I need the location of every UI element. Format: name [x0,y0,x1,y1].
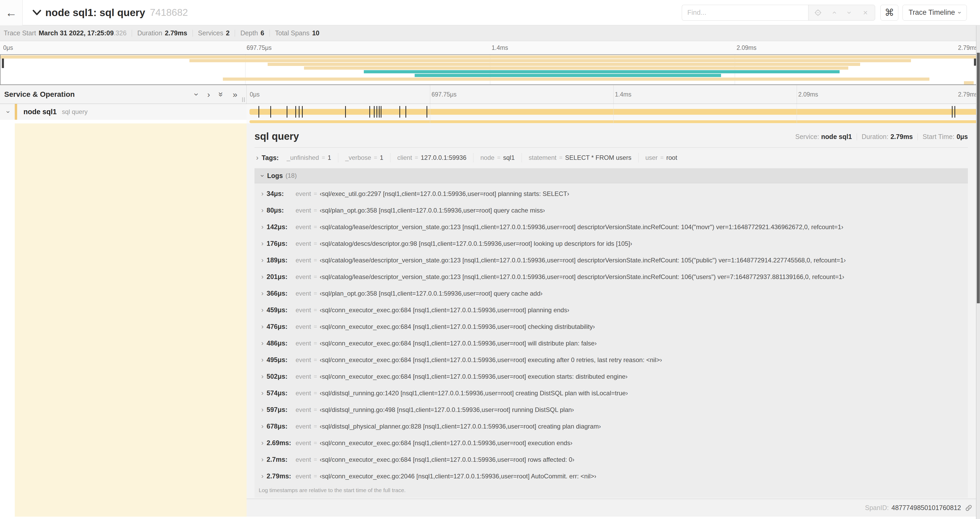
back-button[interactable]: ← [0,0,23,25]
meta-label: Start Time: [923,133,955,141]
log-entry-row[interactable]: ›495μs:event=‹sql/conn_executor_exec.go:… [255,351,968,368]
detail-meta: Service:node sql1Duration:2.79msStart Ti… [795,133,968,142]
tags-row[interactable]: › Tags: _unfinished=1_verbose=1client=12… [255,151,968,164]
summary-item-value: 2.79ms [165,29,187,37]
chevron-down-icon[interactable]: › [4,109,13,115]
log-field-key: event [296,224,311,231]
log-marker [295,106,296,118]
scrollbar-thumb[interactable] [977,53,980,303]
deep-link-button[interactable] [965,504,973,512]
log-entry-row[interactable]: ›486μs:event=‹sql/conn_executor_exec.go:… [255,335,968,351]
tag-key: client [397,154,412,161]
chevron-right-icon: › [258,372,267,380]
log-entry-row[interactable]: ›201μs:event=‹sql/catalog/lease/descript… [255,268,968,285]
log-timestamp: 2.69ms: [267,439,296,447]
tag-item: user=root [639,153,684,163]
summary-item: Services2 [198,29,230,37]
close-icon: × [863,8,868,17]
summary-item: Trace StartMarch 31 2022, 17:25:09.326 [4,29,126,37]
log-timestamp: 597μs: [267,406,296,414]
equals-sign: = [314,290,317,297]
span-duration-bar[interactable] [250,109,978,115]
meta-label: Duration: [862,133,888,141]
gridline [613,85,614,104]
ruler-label: 697.75μs [431,91,457,98]
collapse-trace-chevron[interactable] [33,10,41,16]
collapse-all-icon[interactable]: » [217,92,226,97]
gridline [430,104,430,120]
detail-header: sql query Service:node sql1Duration:2.79… [255,129,968,142]
expand-one-icon[interactable]: › [207,90,210,99]
log-entry-row[interactable]: ›80μs:event=‹sql/plan_opt.go:358 [nsql1,… [255,202,968,219]
log-field-value: ‹sql/catalog/descs/descriptor.go:98 [nsq… [320,240,632,248]
trace-id: 7418682 [150,7,188,18]
crosshair-icon [814,9,822,17]
tag-key: node [480,154,494,161]
chevron-right-icon: › [258,256,267,264]
expand-all-icon[interactable]: » [232,90,237,99]
trace-view-selector[interactable]: Trace Timeline › [902,5,967,21]
chevron-right-icon: › [258,472,267,480]
column-resizer-handle[interactable] [242,97,245,102]
ruler-label: 1.4ms [492,44,508,51]
collapse-controls: › › » » [196,90,237,99]
log-field-value: ‹sql/catalog/lease/descriptor_version_st… [320,273,844,281]
chevron-down-icon [33,10,41,16]
log-field-key: event [296,340,311,347]
logs-header[interactable]: › Logs (18) [255,168,968,183]
log-entry-row[interactable]: ›502μs:event=‹sql/conn_executor_exec.go:… [255,368,968,385]
span-name-cell[interactable]: › node sql1 sql query [0,104,247,120]
equals-sign: = [314,257,317,264]
log-timestamp: 366μs: [267,289,296,297]
equals-sign: = [314,473,317,480]
log-marker [345,106,346,118]
chevron-right-icon: › [258,289,267,297]
find-prev-button[interactable]: › [826,8,842,17]
page-title: node sql1: sql query [45,7,145,18]
log-entry-row[interactable]: ›597μs:event=‹sql/distsql_running.go:498… [255,401,968,418]
summary-item-value: 6 [261,29,264,37]
chevron-right-icon: › [258,406,267,414]
log-entry-row[interactable]: ›2.79ms:event=‹sql/conn_executor_exec.go… [255,468,968,484]
vertical-scrollbar[interactable] [976,26,980,519]
equals-sign: = [314,373,317,380]
log-timestamp: 459μs: [267,306,296,314]
find-input[interactable] [682,5,808,21]
log-entry-row[interactable]: ›476μs:event=‹sql/conn_executor_exec.go:… [255,318,968,335]
log-timestamp: 142μs: [267,223,296,231]
log-entry-row[interactable]: ›574μs:event=‹sql/distsql_running.go:142… [255,385,968,401]
command-icon: ⌘ [885,7,894,18]
gridline [797,104,797,120]
detail-span-title: sql query [255,131,299,142]
chevron-right-icon: › [258,273,267,281]
gridline [430,85,430,104]
span-detail-row: sql query Service:node sql1Duration:2.79… [0,123,980,499]
chevron-up-icon: › [829,11,838,14]
tag-value: SELECT * FROM users [565,154,632,161]
log-entry-row[interactable]: ›34μs:event=‹sql/exec_util.go:2297 [nsql… [255,185,968,202]
chevron-down-icon: › [956,11,963,14]
log-entry-row[interactable]: ›366μs:event=‹sql/plan_opt.go:358 [nsql1… [255,285,968,302]
minimap-canvas[interactable] [0,54,980,85]
summary-item-label: Trace Start [4,29,36,37]
collapse-one-icon[interactable]: › [192,93,201,96]
log-entry-row[interactable]: ›142μs:event=‹sql/catalog/lease/descript… [255,219,968,235]
summary-item-label: Duration [137,29,162,37]
find-next-button[interactable]: › [842,8,858,17]
log-entry-row[interactable]: ›176μs:event=‹sql/catalog/descs/descript… [255,235,968,252]
keyboard-shortcuts-button[interactable]: ⌘ [880,5,898,21]
log-entry-row[interactable]: ›189μs:event=‹sql/catalog/lease/descript… [255,252,968,268]
log-entry-row[interactable]: ›678μs:event=‹sql/distsql_physical_plann… [255,418,968,434]
span-bar-wrap [250,104,978,120]
summary-item-value: 10 [312,29,320,37]
ruler-label: 2.09ms [798,91,818,98]
minimap-left-handle[interactable] [2,57,4,68]
find-clear-button[interactable]: × [858,8,873,17]
log-entry-row[interactable]: ›459μs:event=‹sql/conn_executor_exec.go:… [255,302,968,318]
log-entry-row[interactable]: ›2.69ms:event=‹sql/conn_executor_exec.go… [255,434,968,451]
locate-span-button[interactable] [810,9,826,17]
log-timestamp: 678μs: [267,423,296,430]
log-entry-row[interactable]: ›2.7ms:event=‹sql/conn_executor_exec.go:… [255,451,968,468]
equals-sign: = [559,154,562,161]
equals-sign: = [314,273,317,280]
